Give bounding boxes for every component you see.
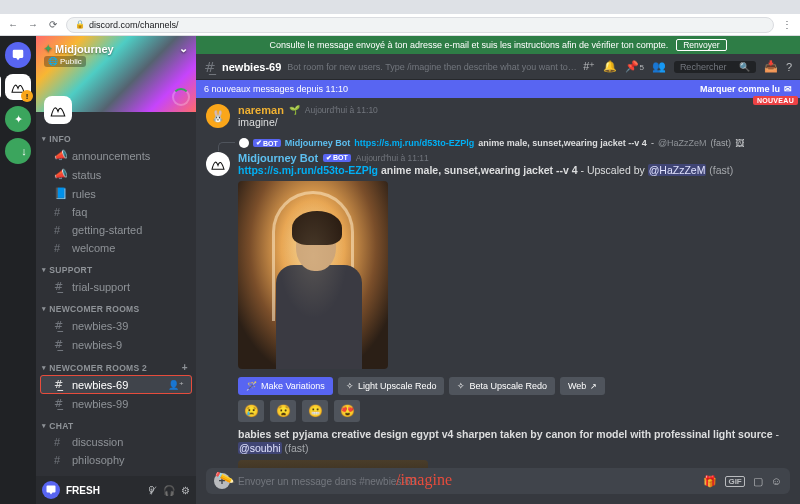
nav-forward-button[interactable]: → <box>26 18 40 32</box>
hash-icon: # <box>54 454 66 466</box>
make-variations-button[interactable]: 🪄Make Variations <box>238 377 333 395</box>
channel-discussion[interactable]: #discussion <box>40 433 192 451</box>
megaphone-icon: 📣 <box>54 149 66 162</box>
channel-newbies-69[interactable]: #̲ newbies-69 👤⁺ <box>40 375 192 394</box>
channel-philosophy[interactable]: #philosophy <box>40 451 192 469</box>
deafen-icon[interactable]: 🎧 <box>163 485 175 496</box>
reply-reference[interactable]: ✔ BOT Midjourney Bot https://s.mj.run/d5… <box>240 136 790 151</box>
guild-bar: ! ✦ ↓ <box>0 36 36 504</box>
mark-as-read-button[interactable]: Marquer comme lu ✉ <box>700 84 792 94</box>
composer-placeholder: Envoyer un message dans #newbies-69 <box>238 476 695 487</box>
user-avatar[interactable] <box>42 481 60 499</box>
resend-button[interactable]: Renvoyer <box>676 39 726 51</box>
message-author[interactable]: Midjourney Bot <box>238 152 318 164</box>
generated-image <box>286 460 334 468</box>
beta-upscale-button[interactable]: ✧Beta Upscale Redo <box>449 377 555 395</box>
create-invite-icon[interactable]: 👤⁺ <box>168 380 184 390</box>
message-content: https://s.mj.run/d53to-EZPlg anime male,… <box>238 164 790 178</box>
sticker-icon[interactable]: ▢ <box>753 475 763 488</box>
category-chat[interactable]: ▾CHAT <box>36 413 196 433</box>
channel-status[interactable]: 📣status <box>40 165 192 184</box>
threads-icon[interactable]: #⁺ <box>583 60 595 73</box>
message-timestamp: Aujourd'hui à 11:10 <box>305 105 378 115</box>
guild-download[interactable]: ↓ <box>5 138 31 164</box>
chevron-down-icon: ▾ <box>42 135 46 143</box>
generated-image <box>381 460 429 468</box>
attach-button[interactable]: + <box>214 473 230 489</box>
message: Midjourney Bot ✔ BOT Aujourd'hui à 11:11… <box>206 152 790 468</box>
category-support[interactable]: ▾SUPPORT <box>36 257 196 277</box>
channel-newbies-99[interactable]: #̲newbies-99 <box>40 394 192 413</box>
channel-header: #̲ newbies-69 Bot room for new users. Ty… <box>196 54 800 80</box>
server-banner[interactable]: ✦ Midjourney ⌄ 🌐Public <box>36 36 196 112</box>
help-icon[interactable]: ? <box>786 61 792 73</box>
channel-trial-support[interactable]: #̲trial-support <box>40 277 192 296</box>
guild-add-server[interactable]: ✦ <box>5 106 31 132</box>
category-newcomer-rooms[interactable]: ▾NEWCOMER ROOMS <box>36 296 196 316</box>
message-author[interactable]: nareman <box>238 104 284 116</box>
notifications-icon[interactable]: 🔔 <box>603 60 617 73</box>
reply-avatar <box>239 138 249 148</box>
light-upscale-button[interactable]: ✧Light Upscale Redo <box>338 377 445 395</box>
search-input[interactable]: Rechercher 🔍 <box>674 61 756 73</box>
user-name[interactable]: FRESH <box>66 485 100 496</box>
reaction-anguish[interactable]: 😧 <box>270 400 296 422</box>
category-newcomer-rooms-2[interactable]: ▾NEWCOMER ROOMS 2+ <box>36 354 196 375</box>
channel-newbies-39[interactable]: #̲newbies-39 <box>40 316 192 335</box>
gif-button[interactable]: GIF <box>725 476 744 487</box>
web-button[interactable]: Web↗ <box>560 377 605 395</box>
image-attachment[interactable] <box>238 460 428 468</box>
server-dropdown-icon[interactable]: ⌄ <box>179 42 188 55</box>
add-channel-icon[interactable]: + <box>182 362 188 373</box>
channel-title: newbies-69 <box>222 61 281 73</box>
guild-notification-badge: ! <box>21 90 33 102</box>
category-info[interactable]: ▾INFO <box>36 126 196 146</box>
emoji-icon[interactable]: ☺ <box>771 475 782 487</box>
verified-icon: ✦ <box>44 43 52 54</box>
avatar[interactable]: 🐰 <box>206 104 230 128</box>
thread-hash-icon: #̲ <box>54 338 66 351</box>
pinned-icon[interactable]: 📌5 <box>625 60 643 73</box>
message-timestamp: Aujourd'hui à 11:11 <box>356 153 429 163</box>
reaction-sad[interactable]: 😢 <box>238 400 264 422</box>
avatar[interactable] <box>206 152 230 176</box>
member-list-icon[interactable]: 👥 <box>652 60 666 73</box>
browser-toolbar: ← → ⟳ 🔒 discord.com/channels/ ⋮ <box>0 14 800 36</box>
reaction-hearteyes[interactable]: 😍 <box>334 400 360 422</box>
inbox-icon[interactable]: 📥 <box>764 60 778 73</box>
hash-icon: # <box>54 242 66 254</box>
guild-midjourney[interactable]: ! <box>5 74 31 100</box>
hash-icon: # <box>54 206 66 218</box>
message-content: imagine/ <box>238 116 790 130</box>
channel-faq[interactable]: #faq <box>40 203 192 221</box>
message-composer[interactable]: + Envoyer un message dans #newbies-69 🎁 … <box>206 468 790 494</box>
chat-messages[interactable]: 🐰 nareman 🌱 Aujourd'hui à 11:10 imagine/… <box>196 98 800 468</box>
server-public-badge: 🌐Public <box>44 56 86 67</box>
settings-icon[interactable]: ⚙ <box>181 485 190 496</box>
new-messages-bar[interactable]: 6 nouveaux messages depuis 11:10 Marquer… <box>196 80 800 98</box>
message-content: babies set pyjama creative design egypt … <box>238 428 790 455</box>
channel-topic[interactable]: Bot room for new users. Type /imagine th… <box>287 62 577 72</box>
thread-hash-icon: #̲ <box>54 378 66 391</box>
verify-email-notice: Consulte le message envoyé à ton adresse… <box>196 36 800 54</box>
mute-mic-icon[interactable]: 🎙︎̸ <box>147 485 157 496</box>
channel-list[interactable]: ▾INFO 📣announcements 📣status 📘rules #faq… <box>36 112 196 476</box>
channel-announcements[interactable]: 📣announcements <box>40 146 192 165</box>
browser-menu-button[interactable]: ⋮ <box>780 18 794 32</box>
server-name: Midjourney <box>55 43 114 55</box>
nav-back-button[interactable]: ← <box>6 18 20 32</box>
home-button[interactable] <box>5 42 31 68</box>
channel-welcome[interactable]: #welcome <box>40 239 192 257</box>
channel-rules[interactable]: 📘rules <box>40 184 192 203</box>
nav-reload-button[interactable]: ⟳ <box>46 18 60 32</box>
thread-hash-icon: #̲ <box>54 280 66 293</box>
server-icon <box>44 96 72 124</box>
channel-newbies-9[interactable]: #̲newbies-9 <box>40 335 192 354</box>
channel-getting-started[interactable]: #getting-started <box>40 221 192 239</box>
image-attachment[interactable] <box>238 181 388 369</box>
chevron-down-icon: ▾ <box>42 422 46 430</box>
reaction-grimace[interactable]: 😬 <box>302 400 328 422</box>
rules-icon: 📘 <box>54 187 66 200</box>
address-bar[interactable]: 🔒 discord.com/channels/ <box>66 17 774 33</box>
gift-icon[interactable]: 🎁 <box>703 475 717 488</box>
